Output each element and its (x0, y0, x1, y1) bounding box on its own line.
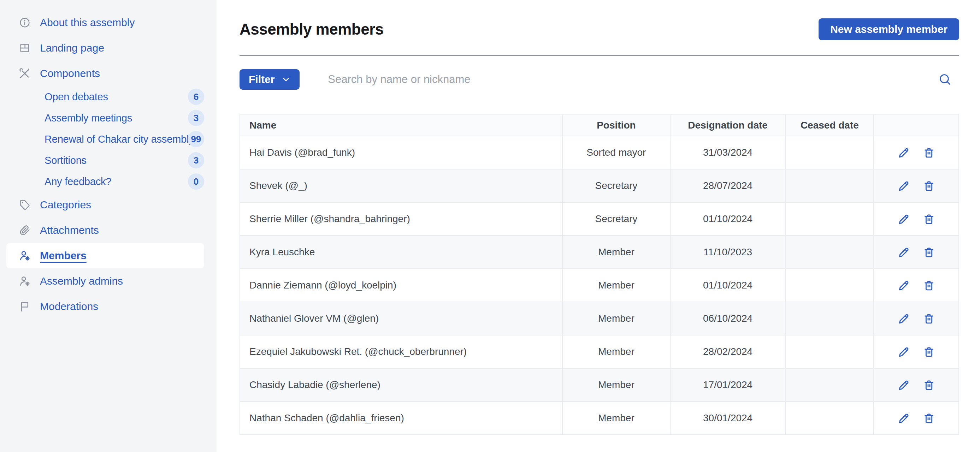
column-header-ceased-date: Ceased date (785, 115, 873, 136)
edit-button[interactable] (898, 379, 910, 391)
component-count-badge: 3 (188, 152, 204, 168)
edit-button[interactable] (898, 146, 910, 159)
flag-icon (19, 300, 31, 312)
search-button[interactable] (938, 72, 952, 87)
sidebar-item-assembly-admins[interactable]: Assembly admins (0, 268, 216, 294)
page-title: Assembly members (240, 21, 383, 38)
trash-icon (923, 312, 935, 325)
table-row: Nathan Schaden (@dahlia_friesen) Member … (240, 401, 959, 435)
sidebar-item-members[interactable]: Members (6, 243, 204, 268)
member-designation-date: 17/01/2024 (670, 368, 786, 401)
sidebar-item-label: Members (40, 250, 87, 262)
search-icon (938, 72, 952, 87)
sidebar-subitem-label: Sortitions (45, 155, 186, 167)
pencil-icon (898, 379, 910, 391)
sidebar-item-label: Moderations (40, 300, 98, 312)
main-content: Assembly members New assembly member Fil… (216, 0, 980, 452)
sidebar-subitem-label: Open debates (45, 91, 186, 103)
member-position: Member (562, 302, 670, 335)
sidebar-item-label: Attachments (40, 224, 99, 236)
column-header-designation-date: Designation date (670, 115, 786, 136)
paperclip-icon (19, 224, 31, 236)
delete-button[interactable] (923, 412, 935, 425)
member-position: Sorted mayor (562, 136, 670, 169)
member-position: Member (562, 335, 670, 368)
members-table: Name Position Designation date Ceased da… (240, 114, 959, 435)
edit-button[interactable] (898, 312, 910, 325)
table-row: Ezequiel Jakubowski Ret. (@chuck_oberbru… (240, 335, 959, 368)
member-designation-date: 30/01/2024 (670, 401, 786, 435)
sidebar-item-about-this-assembly[interactable]: About this assembly (0, 10, 216, 35)
edit-button[interactable] (898, 180, 910, 192)
member-designation-date: 31/03/2024 (670, 136, 786, 169)
sidebar-item-attachments[interactable]: Attachments (0, 217, 216, 243)
member-ceased-date (785, 302, 873, 335)
sidebar: About this assembly Landing page Compone… (0, 0, 216, 452)
member-actions (873, 368, 959, 401)
delete-button[interactable] (923, 246, 935, 259)
table-body: Hai Davis (@brad_funk) Sorted mayor 31/0… (240, 136, 959, 435)
member-ceased-date (785, 136, 873, 169)
member-ceased-date (785, 236, 873, 269)
member-position: Member (562, 269, 670, 302)
member-position: Member (562, 401, 670, 435)
trash-icon (923, 146, 935, 159)
sidebar-item-any-feedback[interactable]: Any feedback? 0 (0, 171, 216, 192)
table-row: Kyra Leuschke Member 11/10/2023 (240, 236, 959, 269)
edit-button[interactable] (898, 246, 910, 259)
member-name: Dannie Ziemann (@loyd_koelpin) (240, 269, 562, 302)
table-row: Sherrie Miller (@shandra_bahringer) Secr… (240, 202, 959, 236)
member-designation-date: 01/10/2024 (670, 202, 786, 236)
sidebar-item-label: Categories (40, 199, 91, 211)
delete-button[interactable] (923, 279, 935, 292)
sidebar-item-components[interactable]: Components (0, 61, 216, 86)
delete-button[interactable] (923, 146, 935, 159)
table-row: Shevek (@_) Secretary 28/07/2024 (240, 169, 959, 202)
table-row: Hai Davis (@brad_funk) Sorted mayor 31/0… (240, 136, 959, 169)
column-header-actions (873, 115, 959, 136)
sidebar-item-landing-page[interactable]: Landing page (0, 35, 216, 61)
sidebar-item-open-debates[interactable]: Open debates 6 (0, 86, 216, 107)
member-designation-date: 28/02/2024 (670, 335, 786, 368)
member-name: Nathan Schaden (@dahlia_friesen) (240, 401, 562, 435)
edit-button[interactable] (898, 213, 910, 225)
pencil-icon (898, 412, 910, 425)
pencil-icon (898, 346, 910, 358)
delete-button[interactable] (923, 346, 935, 358)
sidebar-item-moderations[interactable]: Moderations (0, 294, 216, 319)
member-actions (873, 335, 959, 368)
trash-icon (923, 346, 935, 358)
member-position: Secretary (562, 202, 670, 236)
sidebar-item-assembly-meetings[interactable]: Assembly meetings 3 (0, 107, 216, 128)
edit-button[interactable] (898, 412, 910, 425)
member-designation-date: 01/10/2024 (670, 269, 786, 302)
edit-button[interactable] (898, 346, 910, 358)
delete-button[interactable] (923, 312, 935, 325)
member-name: Chasidy Labadie (@sherlene) (240, 368, 562, 401)
table-row: Nathaniel Glover VM (@glen) Member 06/10… (240, 302, 959, 335)
sidebar-subitem-label: Assembly meetings (45, 112, 186, 124)
layout-icon (19, 42, 31, 54)
sidebar-item-renewal-of-chakar-city-assembly[interactable]: Renewal of Chakar city assembly 99 (0, 128, 216, 150)
pencil-icon (898, 146, 910, 159)
search-input[interactable] (328, 73, 938, 86)
delete-button[interactable] (923, 213, 935, 225)
new-assembly-member-button[interactable]: New assembly member (819, 18, 959, 40)
member-name: Hai Davis (@brad_funk) (240, 136, 562, 169)
table-row: Chasidy Labadie (@sherlene) Member 17/01… (240, 368, 959, 401)
pencil-icon (898, 213, 910, 225)
sidebar-item-sortitions[interactable]: Sortitions 3 (0, 150, 216, 171)
delete-button[interactable] (923, 180, 935, 192)
filter-button[interactable]: Filter (240, 69, 299, 90)
tag-icon (19, 199, 31, 211)
member-ceased-date (785, 169, 873, 202)
member-designation-date: 11/10/2023 (670, 236, 786, 269)
member-actions (873, 169, 959, 202)
sidebar-subitem-label: Any feedback? (45, 176, 186, 187)
trash-icon (923, 246, 935, 259)
edit-button[interactable] (898, 279, 910, 292)
member-designation-date: 06/10/2024 (670, 302, 786, 335)
member-actions (873, 202, 959, 236)
sidebar-item-categories[interactable]: Categories (0, 192, 216, 217)
delete-button[interactable] (923, 379, 935, 391)
